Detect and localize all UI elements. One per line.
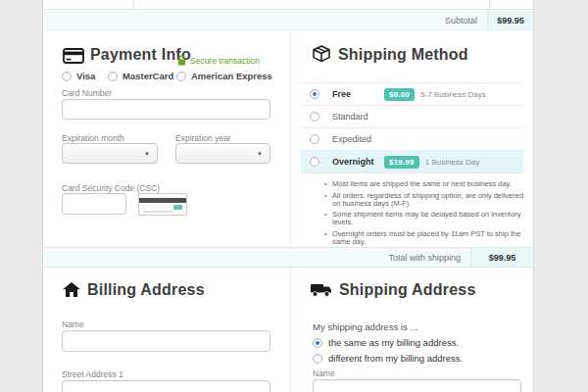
- total-label: Total with shipping: [43, 248, 470, 267]
- subtotal-row: Subtotal $99.95: [43, 11, 533, 30]
- csc-highlight: [173, 205, 182, 210]
- visa-radio[interactable]: [62, 72, 72, 81]
- expiration-month-select[interactable]: ▼: [62, 143, 158, 164]
- amex-label: American Express: [191, 71, 272, 81]
- shipping-note: All orders, regardless of shipping optio…: [324, 192, 526, 208]
- divider: [489, 0, 490, 10]
- subtotal-value: $99.95: [487, 11, 533, 29]
- column-divider: [290, 268, 291, 392]
- shipping-option-free[interactable]: Free $0.00 5-7 Business Days: [301, 83, 523, 106]
- mastercard-radio[interactable]: [108, 72, 118, 81]
- shipping-note: Some shipment items may be delayed based…: [324, 211, 526, 226]
- billing-address-title: Billing Address: [87, 281, 205, 299]
- visa-label: Visa: [76, 71, 95, 81]
- expiration-year-select[interactable]: ▼: [175, 143, 270, 164]
- different-from-billing-label: different from my billing address.: [328, 353, 463, 364]
- shipping-method-title: Shipping Method: [338, 46, 468, 64]
- divider: [133, 0, 134, 10]
- card-number-label: Card Number: [62, 88, 112, 98]
- card-type-mastercard[interactable]: MasterCard: [108, 71, 173, 81]
- secure-transaction-note: Secure transaction: [177, 52, 260, 70]
- column-divider: [290, 30, 291, 247]
- subtotal-label: Subtotal: [43, 11, 487, 29]
- shipping-option-expedited[interactable]: Expedited: [301, 128, 523, 151]
- different-from-billing-radio[interactable]: [313, 354, 322, 364]
- previous-section-edge: [43, 0, 533, 10]
- shipping-option-standard[interactable]: Standard: [301, 106, 523, 128]
- csc-input[interactable]: [62, 193, 126, 215]
- shipping-name-input[interactable]: [313, 379, 521, 392]
- total-value: $99.95: [470, 248, 533, 267]
- billing-street1-input[interactable]: [62, 380, 270, 392]
- payment-and-shipping-section: Payment Info Secure transaction Visa Mas…: [43, 30, 533, 247]
- shipping-name-label: Name: [313, 368, 335, 378]
- expiration-year-label: Expiration year: [175, 133, 231, 143]
- amex-radio[interactable]: [176, 72, 186, 81]
- expedited-radio[interactable]: [310, 134, 319, 144]
- billing-name-label: Name: [62, 319, 84, 329]
- payment-info-title: Payment Info: [90, 46, 191, 64]
- chevron-down-icon: ▼: [144, 151, 150, 157]
- checkout-card: Subtotal $99.95 Payment Info: [42, 0, 534, 392]
- credit-card-icon: [63, 48, 84, 68]
- shipping-address-title: Shipping Address: [339, 281, 476, 299]
- truck-icon: [311, 283, 332, 301]
- address-section: Billing Address Name Street Address 1 Sh…: [43, 268, 533, 392]
- signature-line: [143, 211, 172, 213]
- total-with-shipping-row: Total with shipping $99.95: [43, 247, 533, 268]
- overnight-label: Overnight: [332, 157, 384, 167]
- shipping-address-intro: My shipping address is ...: [313, 321, 417, 332]
- different-from-billing-option[interactable]: different from my billing address.: [313, 353, 463, 364]
- same-as-billing-label: the same as my billing address.: [328, 337, 459, 348]
- mastercard-label: MasterCard: [122, 71, 173, 81]
- expedited-label: Expedited: [332, 134, 384, 144]
- billing-street1-label: Street Address 1: [62, 369, 123, 379]
- free-radio[interactable]: [310, 89, 319, 99]
- chevron-down-icon: ▼: [257, 151, 263, 157]
- free-time: 5-7 Business Days: [420, 90, 486, 99]
- standard-radio[interactable]: [310, 112, 319, 122]
- lock-icon: [177, 52, 186, 70]
- card-number-input[interactable]: [62, 99, 270, 120]
- shipping-note: Most items are shipped the same or next …: [324, 180, 526, 188]
- magnetic-stripe: [139, 198, 186, 203]
- home-icon: [63, 282, 80, 301]
- overnight-radio[interactable]: [310, 157, 319, 167]
- secure-transaction-label: Secure transaction: [190, 56, 260, 66]
- overnight-price-badge: $19.99: [384, 156, 419, 169]
- shipping-note: Overnight orders must be placed by 11am …: [324, 230, 526, 246]
- standard-label: Standard: [332, 112, 384, 122]
- shipping-option-overnight[interactable]: Overnight $19.99 1 Business Day: [301, 151, 523, 173]
- free-label: Free: [332, 89, 384, 99]
- billing-name-input[interactable]: [62, 330, 270, 352]
- card-type-visa[interactable]: Visa: [62, 71, 95, 81]
- card-type-amex[interactable]: American Express: [176, 71, 272, 81]
- package-icon: [312, 45, 331, 67]
- same-as-billing-radio[interactable]: [313, 338, 322, 348]
- free-price-badge: $0.00: [384, 88, 415, 101]
- overnight-time: 1 Business Day: [425, 158, 480, 167]
- shipping-options-list: Free $0.00 5-7 Business Days Standard Ex…: [301, 82, 523, 173]
- expiration-month-label: Expiration month: [62, 133, 124, 143]
- card-back-graphic: [138, 193, 187, 216]
- csc-label: Card Security Code (CSC): [62, 183, 160, 193]
- checkout-page: Subtotal $99.95 Payment Info: [0, 0, 588, 392]
- same-as-billing-option[interactable]: the same as my billing address.: [313, 337, 459, 348]
